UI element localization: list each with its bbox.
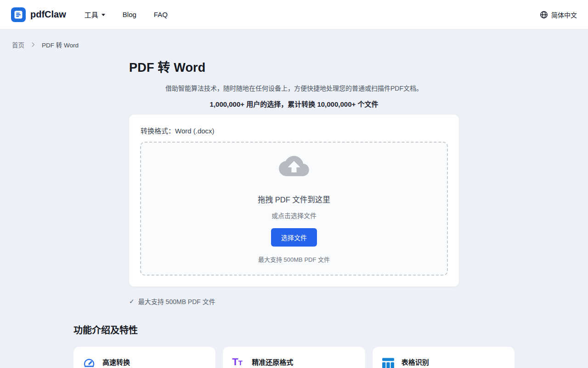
brand-name: pdfClaw: [30, 9, 66, 20]
language-label: 简体中文: [551, 10, 577, 19]
nav-item-tools[interactable]: 工具: [85, 10, 105, 19]
page-subtitle: 借助智能算法技术，随时随地在任何设备上，方便快捷地处理您的普通或扫描件PDF文档…: [129, 83, 459, 92]
usage-stats: 1,000,000+ 用户的选择，累计转换 10,000,000+ 个文件: [129, 99, 459, 109]
dropzone-subtitle: 或点击选择文件: [271, 211, 317, 220]
breadcrumb-current: PDF 转 Word: [42, 40, 79, 49]
text-style-icon: TT: [232, 357, 245, 367]
breadcrumb: 首页 PDF 转 Word: [0, 29, 588, 49]
hero-section: PDF 转 Word 借助智能算法技术，随时随地在任何设备上，方便快捷地处理您的…: [129, 58, 459, 109]
nav-item-blog-label: Blog: [123, 11, 136, 18]
navbar: pdfClaw 工具 Blog FAQ 简体中文: [0, 0, 588, 29]
select-file-button[interactable]: 选择文件: [271, 228, 317, 247]
feature-title: 精准还原格式: [252, 356, 356, 367]
speedometer-icon: [83, 357, 96, 368]
page-title: PDF 转 Word: [129, 58, 459, 75]
dropzone-size-hint: 最大支持 500MB PDF 文件: [258, 255, 330, 264]
features-section: 功能介绍及特性 高速转换 绝大多数 PDF 在 30 秒内完成转换，即传即转，无…: [74, 323, 514, 368]
check-icon: ✓: [129, 298, 135, 305]
nav-item-blog[interactable]: Blog: [123, 11, 136, 18]
nav-item-tools-label: 工具: [85, 10, 98, 19]
feature-card-format: TT 精准还原格式 文字、段落、字体样式高度还原，大幅减少转换后的手动调整。: [223, 347, 365, 368]
features-title: 功能介绍及特性: [74, 323, 514, 336]
table-icon: [382, 357, 395, 368]
pdfclaw-logo-icon: [11, 7, 26, 22]
feature-card-speed: 高速转换 绝大多数 PDF 在 30 秒内完成转换，即传即转，无需排队等待。: [74, 347, 215, 368]
nav-item-faq[interactable]: FAQ: [154, 11, 168, 18]
chevron-down-icon: [102, 14, 105, 16]
size-note-text: 最大支持 500MB PDF 文件: [138, 297, 215, 306]
feature-title: 高速转换: [102, 356, 206, 367]
feature-card-table: 表格识别 自动识别并还原 PDF 中的表格结构，行列数据清晰对应。: [373, 347, 514, 368]
file-dropzone[interactable]: 拖拽 PDF 文件到这里 或点击选择文件 选择文件 最大支持 500MB PDF…: [140, 142, 448, 276]
dropzone-title: 拖拽 PDF 文件到这里: [258, 194, 330, 205]
main-nav: 工具 Blog FAQ: [85, 10, 168, 19]
nav-item-faq-label: FAQ: [154, 11, 168, 18]
upload-card: 转换格式：Word (.docx) 拖拽 PDF 文件到这里 或点击选择文件 选…: [129, 115, 459, 287]
chevron-right-icon: [30, 41, 36, 48]
brand[interactable]: pdfClaw: [11, 7, 66, 22]
size-note: ✓ 最大支持 500MB PDF 文件: [129, 297, 459, 306]
feature-cards-row: 高速转换 绝大多数 PDF 在 30 秒内完成转换，即传即转，无需排队等待。 T…: [74, 347, 514, 368]
globe-icon: [540, 11, 548, 19]
feature-title: 表格识别: [401, 356, 505, 367]
format-label: 转换格式：Word (.docx): [141, 126, 448, 135]
breadcrumb-home-link[interactable]: 首页: [12, 40, 24, 49]
cloud-upload-icon: [279, 154, 309, 178]
language-switcher[interactable]: 简体中文: [540, 10, 577, 19]
